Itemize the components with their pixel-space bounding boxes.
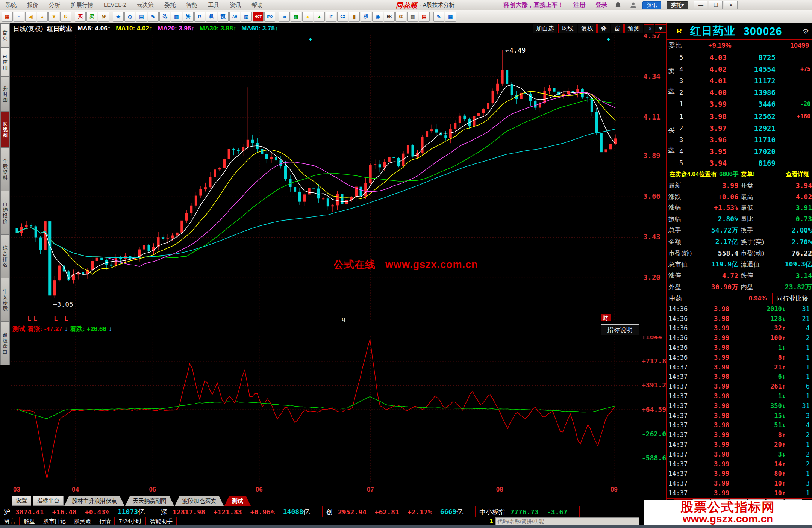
trade-row[interactable]: 14:373.981↓1 bbox=[667, 391, 812, 401]
menu-帮助[interactable]: 帮助 bbox=[246, 2, 268, 8]
industry-compare-link[interactable]: 同行业比较 bbox=[772, 293, 812, 304]
sell-row[interactable]: 34.0111172 bbox=[676, 75, 812, 86]
trade-row[interactable]: 14:373.9851↓4 bbox=[667, 421, 812, 430]
chart-button-复权[interactable]: 复权 bbox=[578, 24, 597, 33]
footer-tab-7*24小时[interactable]: 7*24小时 bbox=[115, 517, 146, 525]
sell-row[interactable]: 24.0013986 bbox=[676, 86, 812, 98]
sidebar-item-应用[interactable]: ▶|应用 bbox=[0, 47, 10, 77]
gold-barrel-icon[interactable]: ▮ bbox=[349, 12, 360, 22]
user-avatar-icon[interactable] bbox=[629, 2, 637, 9]
trade-row[interactable]: 14:373.99261↑6 bbox=[667, 381, 812, 391]
trade-row[interactable]: 14:363.98128↓21 bbox=[667, 314, 812, 324]
alert-detail-link[interactable]: 查看详细 bbox=[786, 171, 810, 179]
trade-row[interactable]: 14:373.9914↑2 bbox=[667, 459, 812, 469]
restore-button[interactable]: ❐ bbox=[709, 1, 723, 9]
trade-row[interactable]: 14:373.98350↓31 bbox=[667, 401, 812, 411]
edit-icon[interactable]: ✎ bbox=[148, 12, 159, 22]
sidebar-item-分时图[interactable]: 分时图 bbox=[0, 77, 10, 111]
bbd-icon[interactable]: B bbox=[194, 12, 205, 22]
currency-icon[interactable]: $€ bbox=[395, 12, 406, 22]
trade-entrust-button[interactable]: 委托▾ bbox=[667, 1, 688, 9]
index-创[interactable]: 创2952.94+62.81+2.17%6669亿 bbox=[323, 506, 476, 517]
sidebar-item-综合排名[interactable]: 综合排名 bbox=[0, 234, 10, 278]
menu-分析[interactable]: 分析 bbox=[44, 2, 65, 8]
footer-tab-解盘[interactable]: 解盘 bbox=[20, 517, 39, 525]
footer-tab-股市日记[interactable]: 股市日记 bbox=[39, 517, 70, 525]
footer-tab-留言[interactable]: 留言 bbox=[0, 517, 20, 525]
forecast-icon[interactable]: 预 bbox=[218, 12, 229, 22]
footer-tab-行情[interactable]: 行情 bbox=[95, 517, 115, 525]
sell-row[interactable]: 44.0214554+75 bbox=[676, 63, 812, 75]
menu-智能[interactable]: 智能 bbox=[181, 2, 203, 8]
trade-row[interactable]: 14:373.9815↓3 bbox=[667, 411, 812, 421]
form-icon[interactable]: ▦ bbox=[445, 12, 456, 22]
trade-row[interactable]: 14:373.983↓2 bbox=[667, 449, 812, 459]
wave-icon[interactable]: ≈ bbox=[279, 12, 290, 22]
footer-tab-智能助手[interactable]: 智能助手 bbox=[146, 517, 177, 525]
sidebar-item-个股资料[interactable]: 个股资料 bbox=[0, 147, 10, 191]
buy-row[interactable]: 33.9611710 bbox=[676, 134, 812, 145]
sidebar-item-自选报价[interactable]: 自选报价 bbox=[0, 191, 10, 234]
main-kline-chart[interactable]: 4.574.344.113.893.663.433.20←4.49—3.05LL… bbox=[10, 34, 666, 322]
ah-icon[interactable]: AH bbox=[229, 12, 240, 22]
sidebar-item-牛叉诊股[interactable]: 牛叉诊股 bbox=[0, 278, 10, 322]
indicator-tab-设置[interactable]: 设置 bbox=[12, 496, 31, 506]
menu-委托[interactable]: 委托 bbox=[159, 2, 181, 8]
menu-LEVEL-2[interactable]: LEVEL-2 bbox=[98, 2, 132, 8]
buy-icon[interactable]: 买 bbox=[75, 12, 86, 22]
document-icon[interactable]: ▥ bbox=[171, 12, 182, 22]
chart-icon[interactable]: ▨ bbox=[291, 12, 301, 22]
menu-报价[interactable]: 报价 bbox=[22, 2, 44, 8]
indicator-tab-天天躺赢副图[interactable]: 天天躺赢副图 bbox=[125, 496, 174, 506]
indicator-tab-指标平台[interactable]: 指标平台 bbox=[33, 496, 64, 506]
footer-tab-股灵通[interactable]: 股灵通 bbox=[70, 517, 95, 525]
favorites-icon[interactable]: ★ bbox=[113, 12, 124, 22]
industry-name[interactable]: 中药 bbox=[669, 294, 682, 303]
draw-icon[interactable]: ✎ bbox=[433, 12, 444, 22]
trade-row[interactable]: 14:373.9920↑1 bbox=[667, 440, 812, 449]
chart-button-均线[interactable]: 均线 bbox=[558, 24, 577, 33]
trade-row[interactable]: 14:363.99100↑2 bbox=[667, 333, 812, 343]
news-icon[interactable]: ▧ bbox=[241, 12, 252, 22]
trade-row[interactable]: 14:373.9910↑1 bbox=[667, 488, 812, 498]
chart-button-加自选[interactable]: 加自选 bbox=[533, 24, 557, 33]
trade-row[interactable]: 14:363.981↓1 bbox=[667, 343, 812, 353]
sidebar-item-K线图[interactable]: K线图 bbox=[0, 111, 10, 147]
buy-row[interactable]: 13.9812562+160 bbox=[676, 110, 812, 122]
down-icon[interactable]: ▼ bbox=[48, 12, 59, 22]
trade-row[interactable]: 14:373.9910↑3 bbox=[667, 478, 812, 488]
promo-link[interactable]: 科创大涨，直接上车！ bbox=[503, 1, 564, 9]
trade-row[interactable]: 14:363.982010↓31 bbox=[667, 304, 812, 314]
sell-row[interactable]: 13.993446-20 bbox=[676, 98, 812, 110]
sidebar-item-超级盘口[interactable]: 超级盘口 bbox=[0, 322, 10, 365]
sidebar-item-首页[interactable]: 首页 bbox=[0, 23, 10, 47]
indicator-help-button[interactable]: 指标说明 bbox=[601, 324, 639, 335]
buy-row[interactable]: 53.948169 bbox=[676, 157, 812, 169]
warrant-icon[interactable]: 权 bbox=[361, 12, 371, 22]
stock-search-input[interactable] bbox=[495, 517, 639, 525]
close-button[interactable]: ✕ bbox=[724, 1, 738, 9]
sell-order-alert[interactable]: 在卖盘4.04位置有6806手卖单!查看详细 bbox=[667, 169, 812, 180]
trade-row[interactable]: 14:373.998↑2 bbox=[667, 430, 812, 440]
minimize-button[interactable]: — bbox=[694, 1, 707, 9]
skip-button[interactable]: ⇥ bbox=[644, 24, 654, 33]
menu-扩展行情[interactable]: 扩展行情 bbox=[65, 2, 98, 8]
menu-资讯[interactable]: 资讯 bbox=[224, 2, 246, 8]
indicator-chart[interactable]: +1044+717.8+391.2+64.59-262.0-588.6 bbox=[10, 336, 666, 484]
globe-icon[interactable]: ◉ bbox=[372, 12, 383, 22]
ipo-icon[interactable]: IPO bbox=[264, 12, 275, 22]
buy-row[interactable]: 43.9517020 bbox=[676, 145, 812, 157]
gz-icon[interactable]: GZ bbox=[337, 12, 348, 22]
chart-button-叠[interactable]: 叠 bbox=[597, 24, 610, 33]
us-flag-icon[interactable]: ▤ bbox=[419, 12, 430, 22]
home-icon[interactable]: ⌂ bbox=[14, 12, 24, 22]
info-icon[interactable]: 资 bbox=[183, 12, 194, 22]
auction-icon[interactable]: ⚒ bbox=[98, 12, 109, 22]
indicator-tab-波段加仓买卖[interactable]: 波段加仓买卖 bbox=[175, 496, 224, 506]
trade-row[interactable]: 14:373.9980↑1 bbox=[667, 469, 812, 479]
trade-row[interactable]: 14:373.986↓1 bbox=[667, 372, 812, 382]
sell-row[interactable]: 54.038725 bbox=[676, 51, 812, 63]
trade-row[interactable]: 14:363.998↑1 bbox=[667, 353, 812, 362]
report-icon[interactable]: ▤ bbox=[136, 12, 147, 22]
gold-egg-icon[interactable]: ● bbox=[302, 12, 313, 22]
